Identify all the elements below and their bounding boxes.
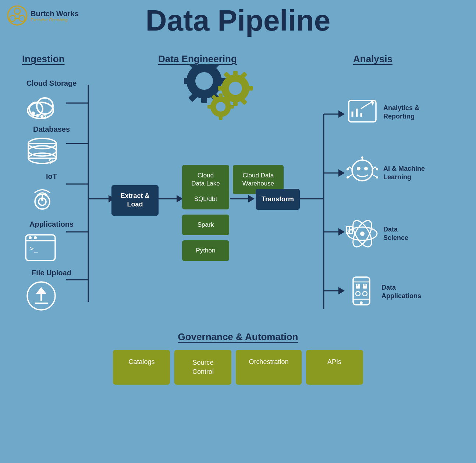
svg-rect-80: [207, 105, 213, 109]
svg-marker-87: [371, 100, 374, 106]
svg-point-101: [357, 167, 360, 170]
datascience-icon: [346, 217, 379, 250]
svg-line-92: [349, 174, 353, 177]
svg-text:>_: >_: [29, 244, 39, 253]
svg-point-108: [360, 232, 365, 236]
governance-title: Governance & Automation: [0, 331, 476, 343]
svg-marker-53: [36, 287, 46, 294]
iot-label: IoT: [22, 172, 81, 181]
ai-label: AI & MachineLearning: [383, 165, 425, 182]
svg-marker-21: [338, 287, 345, 294]
cloud-storage-icon: ⚙: [26, 92, 63, 123]
svg-rect-79: [229, 105, 234, 109]
svg-point-118: [360, 301, 363, 304]
applications-icon: >_: [22, 232, 59, 265]
svg-rect-57: [201, 64, 207, 67]
svg-text:♥: ♥: [357, 283, 359, 287]
svg-rect-77: [219, 93, 223, 99]
ai-ml: AI & MachineLearning: [346, 156, 425, 190]
svg-point-33: [36, 114, 39, 117]
svg-rect-78: [219, 115, 223, 120]
svg-marker-15: [338, 110, 345, 118]
databases-icon: ⚙: [22, 136, 63, 169]
page-title: Data Pipeline: [0, 4, 476, 38]
analysis-header: Analysis: [353, 53, 392, 65]
analytics-icon: [346, 98, 379, 127]
data-engineering-header: Data Engineering: [158, 53, 237, 65]
svg-text:⚙: ⚙: [364, 283, 366, 287]
dataapps-icon: ♥ ⚙: [346, 275, 377, 308]
databases-label: Databases: [22, 125, 81, 134]
svg-rect-60: [184, 78, 190, 84]
svg-rect-58: [201, 95, 207, 103]
svg-point-104: [361, 156, 363, 159]
analytics-label: Analytics &Reporting: [383, 104, 419, 121]
transform-box: Transform: [256, 189, 300, 210]
svg-line-98: [372, 174, 376, 177]
governance-section: Governance & Automation Catalogs SourceC…: [0, 331, 476, 385]
extract-load-box: Extract &Load: [111, 185, 159, 216]
svg-point-44: [41, 199, 43, 201]
svg-rect-70: [218, 86, 224, 91]
svg-rect-68: [233, 99, 238, 106]
svg-point-48: [29, 236, 32, 239]
data-science: DataScience: [346, 217, 408, 250]
governance-boxes: Catalogs SourceControl Orchestration API…: [0, 350, 476, 385]
cloud-storage-label: Cloud Storage: [22, 79, 81, 88]
svg-line-94: [348, 177, 349, 177]
svg-point-56: [195, 72, 213, 90]
ai-icon: [346, 156, 379, 190]
svg-point-76: [216, 102, 225, 112]
svg-point-97: [376, 168, 378, 170]
svg-point-88: [352, 160, 373, 181]
file-upload-icon: [26, 280, 57, 313]
data-applications: ♥ ⚙ DataApplications: [346, 275, 421, 308]
file-upload-label: File Upload: [22, 269, 81, 277]
svg-point-35: [32, 114, 34, 116]
svg-marker-11: [248, 195, 255, 202]
orchestration-box: Orchestration: [236, 350, 301, 385]
svg-rect-69: [246, 86, 253, 91]
spark-box: Spark: [182, 215, 229, 235]
datascience-label: DataScience: [383, 225, 408, 243]
applications-label: Applications: [22, 220, 81, 229]
svg-rect-115: [353, 277, 370, 305]
iot-icon: [26, 183, 59, 214]
svg-point-49: [34, 236, 37, 239]
dataapps-label: DataApplications: [381, 283, 421, 301]
python-box: Python: [182, 240, 229, 261]
catalogs-box: Catalogs: [113, 350, 170, 385]
svg-point-91: [347, 168, 349, 170]
diagram-container: Burtch Works Executive Recruiting Data P…: [0, 0, 476, 405]
svg-point-40: [28, 146, 56, 156]
svg-text:⚙: ⚙: [42, 114, 47, 120]
svg-point-66: [229, 82, 242, 95]
svg-text:⚙: ⚙: [48, 158, 54, 165]
sql-dbt-box: SQL/dbt: [182, 189, 229, 209]
svg-line-100: [376, 177, 377, 177]
ingestion-header: Ingestion: [22, 53, 65, 65]
svg-point-102: [364, 167, 368, 170]
source-control-box: SourceControl: [174, 350, 231, 385]
analytics-reporting: Analytics &Reporting: [346, 98, 419, 127]
svg-rect-67: [233, 71, 238, 77]
svg-point-121: [356, 291, 360, 296]
svg-marker-17: [338, 169, 345, 177]
apis-box: APIs: [306, 350, 363, 385]
svg-marker-19: [338, 228, 345, 236]
gears-icon: [184, 64, 269, 125]
svg-point-122: [363, 291, 367, 296]
